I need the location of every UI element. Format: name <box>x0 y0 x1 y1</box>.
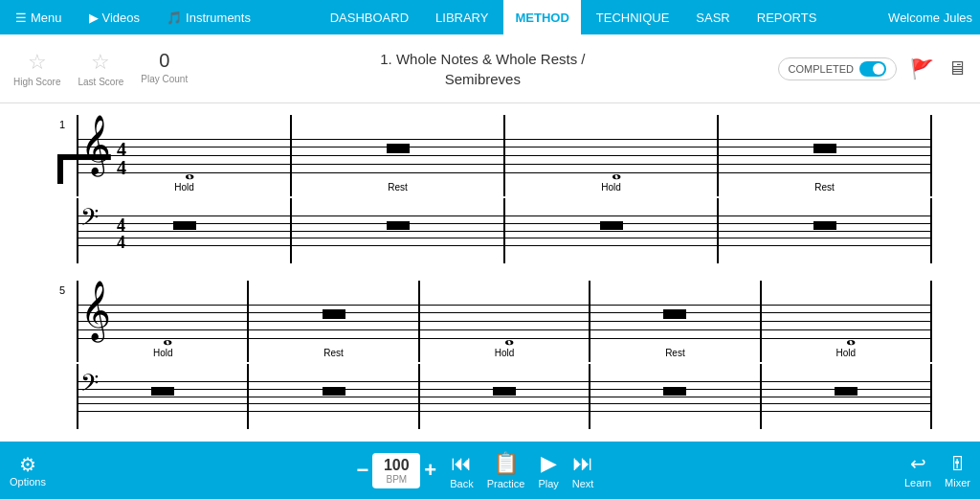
staff-line <box>762 381 930 382</box>
staff-line <box>762 329 930 330</box>
staff-line <box>762 321 930 322</box>
practice-button[interactable]: 📋 Practice <box>487 451 525 489</box>
bass-whole-rest-2-4 <box>663 387 686 396</box>
play-count-value: 0 <box>159 50 169 72</box>
completed-badge[interactable]: COMPLETED <box>778 57 897 80</box>
videos-icon: ▶ <box>89 11 99 25</box>
mixer-icon: 🎚 <box>948 453 968 475</box>
completed-label: COMPLETED <box>789 63 854 75</box>
high-score-stat: ☆ High Score <box>13 50 60 87</box>
staff-line <box>420 305 589 306</box>
staff-line <box>505 231 717 232</box>
bass-measure-1-2 <box>292 198 505 263</box>
instruments-button[interactable]: 🎵 Instruments <box>159 7 258 29</box>
bass-whole-rest-2-5 <box>835 387 858 396</box>
bass-measure-1-1: 𝄢 4 4 <box>78 198 292 263</box>
next-label: Next <box>572 478 594 489</box>
staff-line <box>719 245 930 246</box>
menu-label: Menu <box>31 11 62 25</box>
staff-line <box>249 397 417 397</box>
bpm-decrease-button[interactable]: − <box>356 460 368 481</box>
practice-label: Practice <box>487 478 525 489</box>
tab-reports[interactable]: REPORTS <box>746 0 829 34</box>
staff-line <box>249 411 417 412</box>
staff-line <box>505 155 717 156</box>
tab-technique[interactable]: TECHNIQUE <box>585 0 681 34</box>
bass-measure-1-3 <box>505 198 719 263</box>
last-score-icon: ☆ <box>91 50 110 75</box>
next-button[interactable]: ⏭ Next <box>572 451 594 489</box>
top-navigation: ☰ Menu ▶ Videos 🎵 Instruments DASHBOARD … <box>0 0 980 34</box>
whole-rest-1 <box>387 144 410 153</box>
staff-line <box>505 215 717 216</box>
next-icon: ⏭ <box>572 451 593 476</box>
tab-dashboard[interactable]: DASHBOARD <box>319 0 420 34</box>
staff-line <box>420 321 589 322</box>
system-2: 5 𝄞 𝅝 Hold <box>77 281 932 429</box>
high-score-icon: ☆ <box>28 50 47 75</box>
staff-line <box>420 381 589 382</box>
staff-line <box>420 411 589 412</box>
last-score-stat: ☆ Last Score <box>78 50 123 87</box>
title-line1: 1. Whole Notes & Whole Rests / <box>188 49 777 69</box>
treble-measure-2-4: Rest <box>590 281 761 362</box>
treble-measure-1-2: Rest <box>292 115 505 196</box>
staff-line <box>505 172 717 173</box>
options-label: Options <box>10 476 46 488</box>
back-label: Back <box>450 478 473 489</box>
header-row: ☆ High Score ☆ Last Score 0 Play Count 1… <box>0 34 980 103</box>
nav-center: DASHBOARD LIBRARY METHOD TECHNIQUE SASR … <box>258 0 888 34</box>
monitor-button[interactable]: 🖥 <box>947 57 967 79</box>
learn-button[interactable]: ↩ Learn <box>904 452 931 488</box>
tab-method[interactable]: METHOD <box>503 0 580 34</box>
instruments-label: Instruments <box>186 11 251 25</box>
bass-staff-row-1: 𝄢 4 4 <box>77 198 932 263</box>
staff-line <box>420 329 589 330</box>
play-button[interactable]: ▶ Play <box>538 451 558 489</box>
staff-line <box>292 172 503 173</box>
nav-left: ☰ Menu ▶ Videos 🎵 Instruments <box>8 7 258 29</box>
learn-label: Learn <box>904 477 931 488</box>
completed-toggle[interactable] <box>859 61 886 77</box>
staff-line <box>590 329 759 330</box>
whole-rest-2-2 <box>323 309 345 319</box>
videos-button[interactable]: ▶ Videos <box>81 7 148 29</box>
staff-line <box>292 245 503 246</box>
bass-time-sig-bottom: 4 <box>117 233 125 253</box>
note-label-2-5: Hold <box>836 348 857 358</box>
staff-line <box>249 338 417 339</box>
flag-button[interactable]: 🚩 <box>910 57 934 80</box>
bass-whole-rest-2-3 <box>493 387 516 396</box>
treble-clef-1: 𝄞 <box>80 119 111 170</box>
time-sig-4-bottom: 4 <box>117 158 126 177</box>
treble-measure-2-2: Rest <box>249 281 419 362</box>
back-button[interactable]: ⏮ Back <box>450 451 473 489</box>
bass-whole-rest-2-2 <box>323 387 345 396</box>
bass-measure-2-3 <box>420 364 590 429</box>
staff-line <box>505 164 717 165</box>
staff-line <box>78 238 290 238</box>
bass-whole-rest-1-4 <box>813 221 836 230</box>
treble-measure-2-3: 𝅝 Hold <box>420 281 590 362</box>
menu-button[interactable]: ☰ Menu <box>8 7 70 29</box>
staff-line <box>719 139 930 140</box>
staff-line <box>292 155 503 156</box>
staff-line <box>590 305 759 306</box>
staff-line <box>78 403 247 404</box>
staff-line <box>78 231 290 232</box>
treble-measure-2-1: 𝄞 𝅝 Hold <box>78 281 249 362</box>
mixer-button[interactable]: 🎚 Mixer <box>945 453 970 488</box>
options-button[interactable]: ⚙ Options <box>10 453 46 488</box>
main-content: 1 ⌐ 𝄞 4 4 𝅝 Hold <box>0 103 980 442</box>
whole-rest-4 <box>813 144 836 153</box>
staff-line <box>420 338 589 339</box>
tab-library[interactable]: LIBRARY <box>424 0 500 34</box>
staff-line <box>719 155 930 156</box>
staff-line <box>590 321 759 322</box>
bpm-increase-button[interactable]: + <box>424 460 436 481</box>
mixer-label: Mixer <box>945 477 970 488</box>
tab-sasr[interactable]: SASR <box>684 0 741 34</box>
title-line2: Semibreves <box>188 69 777 89</box>
note-label-2-2: Rest <box>323 348 344 358</box>
staff-line <box>762 403 930 404</box>
